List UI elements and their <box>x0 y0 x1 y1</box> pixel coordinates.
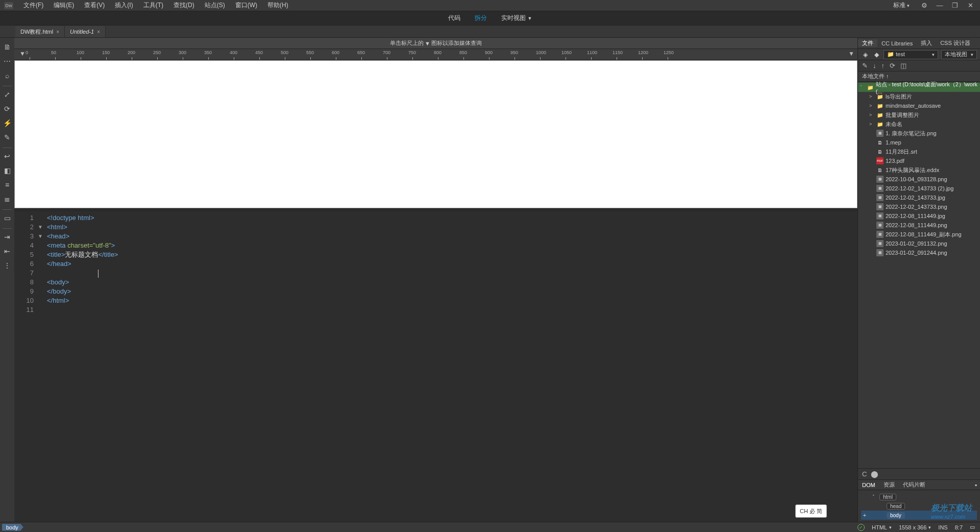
insert-mode[interactable]: INS <box>938 524 947 530</box>
file-未命名[interactable]: >📁未命名 <box>858 119 980 129</box>
search-tool-icon[interactable]: ⌕ <box>1 69 13 82</box>
list-tool-icon[interactable]: ≡ <box>1 179 13 191</box>
options-tool-icon[interactable]: ⚡ <box>1 117 13 129</box>
file-批量调整图片[interactable]: >📁批量调整图片 <box>858 110 980 119</box>
breadcrumb-body[interactable]: body <box>2 524 23 531</box>
menu-查看(V)[interactable]: 查看(V) <box>79 1 110 10</box>
view-live[interactable]: 实时视图▼ <box>498 13 535 23</box>
tab-Untitled-1[interactable]: Untitled-1× <box>65 26 106 37</box>
dom-tab-资源[interactable]: 资源 <box>879 481 899 489</box>
file-2022-12-02_143733.jpg[interactable]: ▦2022-12-02_143733.jpg <box>858 193 980 202</box>
outdent-tool-icon[interactable]: ⇤ <box>1 245 13 257</box>
more-tool-icon[interactable]: ⋮ <box>1 259 13 272</box>
file-1. 康奈尔笔记法.png[interactable]: ▦1. 康奈尔笔记法.png <box>858 129 980 138</box>
workspace-selector[interactable]: 标准 ▾ <box>888 1 915 10</box>
dom-tree: ˅htmlhead+body <box>858 490 980 522</box>
dimensions-selector[interactable]: 1558 x 366▾ <box>899 524 931 530</box>
file-11月28日.srt[interactable]: 🗎11月28日.srt <box>858 147 980 156</box>
minimize-button[interactable]: ― <box>934 2 945 10</box>
settings-icon[interactable]: ⚙ <box>919 2 930 10</box>
media-query-hint: 单击标尺上的▼图标以添加媒体查询 <box>14 38 857 49</box>
expand-panel-icon[interactable]: ◫ <box>900 62 906 69</box>
dom-add-icon[interactable]: + <box>861 512 868 518</box>
dom-node-html[interactable]: ˅html <box>861 492 977 501</box>
panel-tab-CC Libraries[interactable]: CC Libraries <box>877 40 917 46</box>
refresh-files-icon[interactable]: C <box>862 470 867 478</box>
view-switcher: 代码 拆分 实时视图▼ <box>0 11 980 26</box>
dom-node-head[interactable]: head <box>861 501 977 511</box>
connect-icon[interactable]: ✎ <box>862 62 868 69</box>
format-tool-icon[interactable]: ≣ <box>1 193 13 205</box>
design-view[interactable] <box>14 60 857 208</box>
panel-tab-文件[interactable]: 文件 <box>858 39 877 47</box>
file-1.mep[interactable]: 🗎1.mep <box>858 138 980 147</box>
collapse-tool-icon[interactable]: ◧ <box>1 164 13 177</box>
right-panel: 文件CC Libraries插入CSS 设计器 ◈ ◆ 📁 test▾ 本地视图… <box>857 38 980 522</box>
file-tree: ˅📁站点 - test (D:\tools\桌面\work（2）\work (.… <box>858 82 980 468</box>
file-123.pdf[interactable]: PDF123.pdf <box>858 156 980 165</box>
tab-DW教程.html[interactable]: DW教程.html× <box>15 26 65 37</box>
file-2023-01-02_091244.png[interactable]: ▦2023-01-02_091244.png <box>858 248 980 257</box>
site-dropdown[interactable]: 📁 test▾ <box>884 50 938 59</box>
site-root[interactable]: ˅📁站点 - test (D:\tools\桌面\work（2）\work (.… <box>858 83 980 92</box>
define-site-icon[interactable]: ◈ <box>861 51 869 59</box>
file-2022-10-04_093128.png[interactable]: ▦2022-10-04_093128.png <box>858 175 980 184</box>
manage-tool-icon[interactable]: ⋯ <box>1 55 13 67</box>
file-2022-12-08_111449.jpg[interactable]: ▦2022-12-08_111449.jpg <box>858 211 980 221</box>
code-editor[interactable]: 1234567891011 ▼▼ <!doctype html><html><h… <box>14 211 857 522</box>
menu-窗口(W)[interactable]: 窗口(W) <box>230 1 262 10</box>
ruler[interactable]: ▼ ▼ 050100150200250300350400450500550600… <box>14 49 857 60</box>
put-icon[interactable]: ↑ <box>881 62 885 69</box>
expand-tool-icon[interactable]: ⤢ <box>1 88 13 101</box>
menu-查找(D)[interactable]: 查找(D) <box>168 1 200 10</box>
menu-插入(I)[interactable]: 插入(I) <box>110 1 138 10</box>
file-17种头脑风暴法.eddx[interactable]: 🗎17种头脑风暴法.eddx <box>858 165 980 175</box>
panel-tab-CSS 设计器[interactable]: CSS 设计器 <box>936 39 974 47</box>
file-tool-icon[interactable]: 🗎 <box>1 41 13 53</box>
tab-close-icon[interactable]: × <box>56 29 59 35</box>
cursor-position: 8:7 <box>955 524 963 530</box>
ime-indicator: CH 必 简 <box>795 504 827 518</box>
dom-node-body[interactable]: +body <box>861 511 977 520</box>
document-tabs: DW教程.html×Untitled-1× <box>0 26 980 38</box>
indent-tool-icon[interactable]: ⇥ <box>1 231 13 243</box>
menu-工具(T)[interactable]: 工具(T) <box>138 1 168 10</box>
refresh-tool-icon[interactable]: ⟳ <box>1 103 13 115</box>
view-dropdown[interactable]: 本地视图▾ <box>941 50 977 59</box>
local-files-header[interactable]: 本地文件 ↑ <box>858 71 980 82</box>
preview-icon[interactable]: ▭ <box>970 524 975 530</box>
file-2022-12-08_111449_副本.png[interactable]: ▦2022-12-08_111449_副本.png <box>858 230 980 239</box>
app-logo: Dw <box>4 2 13 9</box>
no-errors-icon[interactable]: ✓ <box>857 524 865 531</box>
ruler-right-handle[interactable]: ▼ <box>848 50 854 57</box>
left-toolbar: 🗎 ⋯ ⌕ ⤢ ⟳ ⚡ ✎ ↩ ◧ ≡ ≣ ▭ ⇥ ⇤ ⋮ <box>0 38 14 522</box>
ftp-log-icon[interactable]: ⬤ <box>871 470 878 478</box>
file-2022-12-02_143733 (2).jpg[interactable]: ▦2022-12-02_143733 (2).jpg <box>858 184 980 193</box>
file-mindmaster_autosave[interactable]: >📁mindmaster_autosave <box>858 101 980 110</box>
get-icon[interactable]: ↓ <box>873 62 876 69</box>
tab-close-icon[interactable]: × <box>97 29 100 35</box>
file-2023-01-02_091132.png[interactable]: ▦2023-01-02_091132.png <box>858 239 980 248</box>
menu-帮助(H)[interactable]: 帮助(H) <box>262 1 293 10</box>
close-button[interactable]: ✕ <box>965 2 976 10</box>
diamond-icon[interactable]: ◆ <box>872 51 880 59</box>
status-bar: body ✓ HTML▾ 1558 x 366▾ INS 8:7 ▭ <box>0 522 980 532</box>
ruler-left-handle[interactable]: ▼ <box>19 50 26 57</box>
wrap-tool-icon[interactable]: ↩ <box>1 150 13 162</box>
panel-tab-插入[interactable]: 插入 <box>917 39 936 47</box>
menu-文件(F)[interactable]: 文件(F) <box>18 1 48 10</box>
view-split[interactable]: 拆分 <box>472 13 490 23</box>
view-code[interactable]: 代码 <box>445 13 463 23</box>
eraser-tool-icon[interactable]: ✎ <box>1 131 13 143</box>
dom-tab-DOM[interactable]: DOM <box>858 482 879 488</box>
menu-编辑(E)[interactable]: 编辑(E) <box>48 1 79 10</box>
file-2022-12-02_143733.png[interactable]: ▦2022-12-02_143733.png <box>858 202 980 211</box>
maximize-button[interactable]: ❐ <box>949 2 961 10</box>
lang-selector[interactable]: HTML▾ <box>872 524 892 530</box>
dom-tab-代码片断[interactable]: 代码片断 <box>899 481 929 489</box>
view-tool-icon[interactable]: ▭ <box>1 212 13 224</box>
file-2022-12-08_111449.png[interactable]: ▦2022-12-08_111449.png <box>858 221 980 230</box>
menu-站点(S)[interactable]: 站点(S) <box>200 1 230 10</box>
panel-menu-icon[interactable]: ▪ <box>975 481 980 489</box>
sync-icon[interactable]: ⟳ <box>890 62 895 69</box>
